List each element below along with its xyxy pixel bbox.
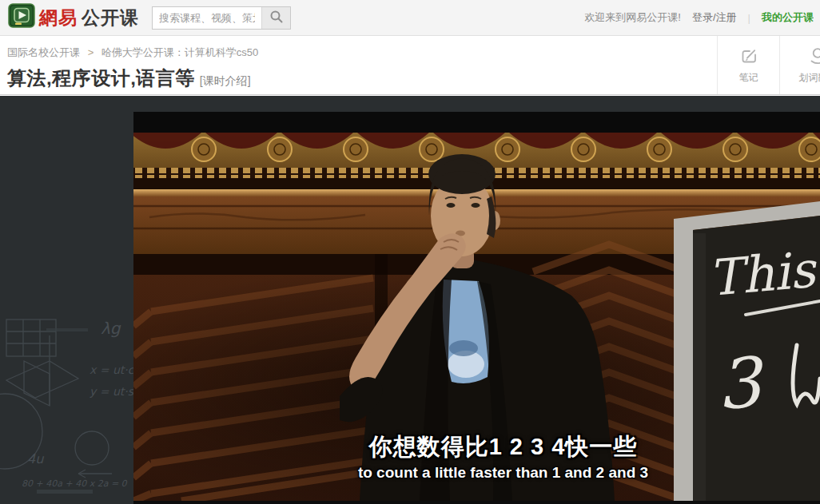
breadcrumb-current-link[interactable]: 哈佛大学公开课：计算机科学cs50 [102,46,258,58]
translate-label: 划词翻译 [799,71,820,85]
doodle-eq-sum: 80 + 40a + 40 x 2a = 0 [22,478,128,489]
breadcrumb-separator: > [88,46,94,58]
my-courses-link[interactable]: 我的公开课 [762,10,814,25]
board-chalk-word: This [707,240,820,308]
doodle-lambda: λg [101,319,121,338]
welcome-text: 欢迎来到网易公开课! [584,10,681,25]
login-register-link[interactable]: 登录/注册 [692,10,737,25]
netease-logo[interactable]: 網易 公开课 [8,3,139,32]
course-info-bar: 国际名校公开课 > 哈佛大学公开课：计算机科学cs50 算法,程序设计,语言等 … [0,36,820,95]
divider: | [748,12,750,24]
search-icon [269,10,284,26]
search-button[interactable] [261,7,290,29]
top-navbar: 網易 公开课 欢迎来到网易公开课! 登录/注册 | 我的公开课 [0,0,820,36]
notes-label: 笔记 [739,71,758,85]
breadcrumb: 国际名校公开课 > 哈佛大学公开课：计算机科学cs50 [7,46,820,60]
chalk-doodles-background: λg x = ut·cosθ y = ut·sinθ 4u 80 + 40a +… [0,96,133,504]
doodle-eq-y: y = ut·sinθ [90,385,133,398]
chalkboard-play-icon [8,3,35,32]
search-input[interactable] [153,7,261,29]
doodle-4u: 4u [27,451,44,466]
top-right-links: 欢迎来到网易公开课! 登录/注册 | 我的公开课 [584,10,814,25]
page-title: 算法,程序设计,语言等 [7,65,195,91]
doodle-eq-x: x = ut·cosθ [90,363,133,376]
player-bottom-strip [133,501,820,504]
blackboard: This 3 [674,201,820,501]
lecture-video-frame: This 3 [133,112,820,501]
note-edit-icon [739,46,758,65]
toolbar: 笔记 划词翻译 [717,36,820,94]
word-translate-icon [808,46,820,65]
player-stage: λg x = ut·cosθ y = ut·sinθ 4u 80 + 40a +… [0,96,820,504]
logo-brand-text: 網易 [39,6,78,30]
breadcrumb-root-link[interactable]: 国际名校公开课 [7,46,80,58]
notes-button[interactable]: 笔记 [717,36,779,94]
logo-suffix-text: 公开课 [82,6,139,30]
video-player[interactable]: This 3 你想数得比1 2 3 4快一些 to count a little… [133,112,820,501]
translate-button[interactable]: 划词翻译 [779,36,820,94]
search-box [152,6,291,30]
lesson-intro-link[interactable]: [课时介绍] [200,74,251,89]
